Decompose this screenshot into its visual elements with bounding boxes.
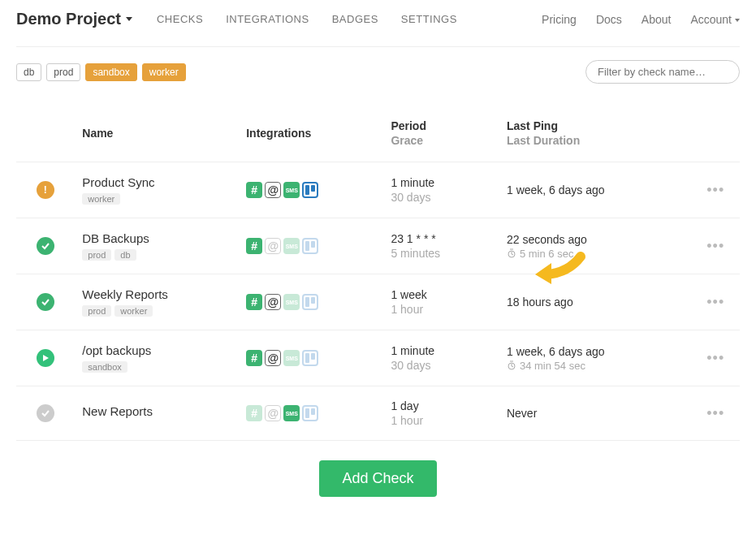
mail-icon[interactable]: @ <box>265 238 281 254</box>
check-name[interactable]: /opt backups <box>82 343 230 357</box>
nav-pricing[interactable]: Pricing <box>542 13 577 26</box>
trello-icon[interactable] <box>302 405 318 421</box>
filter-tags: dbprodsandboxworker <box>16 63 186 81</box>
col-name: Name <box>82 127 113 140</box>
period-value: 1 minute <box>391 176 490 189</box>
grace-value: 5 minutes <box>391 247 490 260</box>
sms-icon[interactable]: SMS <box>283 182 300 198</box>
last-ping-value: 22 seconds ago <box>507 233 684 246</box>
nav-badges[interactable]: BADGES <box>332 13 378 25</box>
nav-account[interactable]: Account <box>690 13 740 26</box>
status-idle-icon <box>37 404 54 422</box>
filter-tag-worker[interactable]: worker <box>142 63 186 81</box>
nav-settings[interactable]: SETTINGS <box>401 13 457 25</box>
slack-icon[interactable]: # <box>246 294 262 310</box>
sms-icon[interactable]: SMS <box>283 238 300 254</box>
row-menu-button[interactable]: ••• <box>706 350 724 366</box>
mail-icon[interactable]: @ <box>265 405 281 421</box>
sms-icon[interactable]: SMS <box>283 405 300 421</box>
table-row: Weekly Reportsprodworker#@SMS1 week1 hou… <box>16 274 740 330</box>
nav-main: CHECKS INTEGRATIONS BADGES SETTINGS <box>157 13 457 25</box>
grace-value: 1 hour <box>391 303 490 316</box>
row-tag[interactable]: prod <box>82 249 111 261</box>
check-name[interactable]: DB Backups <box>82 231 230 245</box>
status-warn-icon: ! <box>37 181 54 199</box>
stopwatch-icon <box>507 360 516 370</box>
nav-about[interactable]: About <box>642 13 672 26</box>
check-name[interactable]: Weekly Reports <box>82 287 230 301</box>
col-ping-sub: Last Duration <box>507 134 684 147</box>
row-tag[interactable]: prod <box>82 305 111 317</box>
sms-icon[interactable]: SMS <box>283 294 300 310</box>
col-period-sub: Grace <box>391 134 490 147</box>
caret-down-icon <box>126 17 132 21</box>
grace-value: 30 days <box>391 191 490 204</box>
mail-icon[interactable]: @ <box>265 182 281 198</box>
row-menu-button[interactable]: ••• <box>706 294 724 310</box>
table-row: DB Backupsproddb#@SMS23 1 * * *5 minutes… <box>16 218 740 274</box>
last-duration-value: 34 min 54 sec <box>507 360 684 372</box>
nav-integrations[interactable]: INTEGRATIONS <box>226 13 309 25</box>
col-ping: Last Ping <box>507 119 558 132</box>
last-ping-value: 18 hours ago <box>507 296 684 309</box>
status-ok-icon <box>37 237 54 255</box>
mail-icon[interactable]: @ <box>265 294 281 310</box>
table-row: /opt backupssandbox#@SMS1 minute30 days1… <box>16 330 740 386</box>
navbar: Demo Project CHECKS INTEGRATIONS BADGES … <box>16 0 740 47</box>
status-ok-icon <box>37 293 54 311</box>
period-value: 1 minute <box>391 344 490 357</box>
status-play-icon <box>37 349 54 367</box>
check-name[interactable]: Product Sync <box>82 175 230 189</box>
filter-bar: dbprodsandboxworker <box>16 47 740 97</box>
col-period: Period <box>391 119 426 132</box>
sms-icon[interactable]: SMS <box>283 350 300 366</box>
col-integrations: Integrations <box>246 127 311 140</box>
slack-icon[interactable]: # <box>246 350 262 366</box>
stopwatch-icon <box>507 248 516 258</box>
slack-icon[interactable]: # <box>246 182 262 198</box>
last-duration-value: 5 min 6 sec <box>507 248 684 260</box>
period-value: 1 week <box>391 288 490 301</box>
filter-tag-db[interactable]: db <box>16 63 41 81</box>
trello-icon[interactable] <box>302 182 318 198</box>
grace-value: 30 days <box>391 359 490 372</box>
last-ping-value: Never <box>507 407 684 420</box>
mail-icon[interactable]: @ <box>265 350 281 366</box>
period-value: 1 day <box>391 399 490 412</box>
caret-down-icon <box>735 19 740 22</box>
add-check-button[interactable]: Add Check <box>319 460 436 497</box>
row-menu-button[interactable]: ••• <box>706 238 724 254</box>
project-name: Demo Project <box>16 10 121 28</box>
table-row: New Reports#@SMS1 day1 hourNever••• <box>16 386 740 441</box>
trello-icon[interactable] <box>302 350 318 366</box>
project-dropdown[interactable]: Demo Project <box>16 10 132 28</box>
nav-right: Pricing Docs About Account <box>542 13 740 26</box>
checks-table: Name Integrations Period Grace Last Ping… <box>16 113 740 516</box>
table-row: !Product Syncworker#@SMS1 minute30 days1… <box>16 162 740 218</box>
row-tag[interactable]: sandbox <box>82 361 127 373</box>
last-ping-value: 1 week, 6 days ago <box>507 183 684 196</box>
trello-icon[interactable] <box>302 294 318 310</box>
row-menu-button[interactable]: ••• <box>706 182 724 198</box>
row-menu-button[interactable]: ••• <box>706 405 724 421</box>
nav-docs[interactable]: Docs <box>596 13 622 26</box>
check-name[interactable]: New Reports <box>82 404 230 418</box>
row-tag[interactable]: worker <box>114 305 153 317</box>
slack-icon[interactable]: # <box>246 238 262 254</box>
last-ping-value: 1 week, 6 days ago <box>507 345 684 358</box>
grace-value: 1 hour <box>391 414 490 427</box>
filter-tag-sandbox[interactable]: sandbox <box>85 63 136 81</box>
nav-checks[interactable]: CHECKS <box>157 13 203 25</box>
trello-icon[interactable] <box>302 238 318 254</box>
slack-icon[interactable]: # <box>246 405 262 421</box>
row-tag[interactable]: db <box>114 249 136 261</box>
row-tag[interactable]: worker <box>82 193 120 205</box>
filter-tag-prod[interactable]: prod <box>46 63 80 81</box>
period-value: 23 1 * * * <box>391 232 490 245</box>
filter-input[interactable] <box>585 60 740 84</box>
